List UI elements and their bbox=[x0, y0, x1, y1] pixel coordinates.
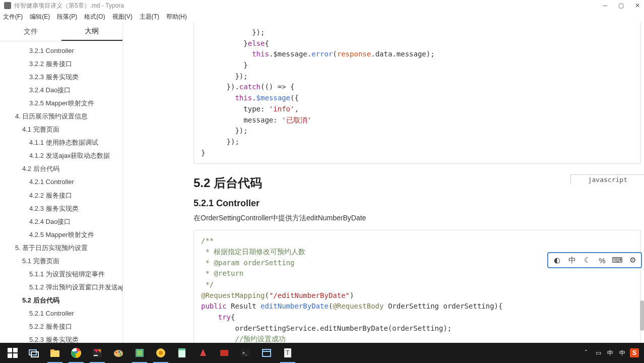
svg-rect-22 bbox=[220, 350, 228, 356]
ime-floating-toolbar[interactable]: ◐中☾%⌨⚙ bbox=[547, 252, 642, 268]
outline-item[interactable]: 5.2.1 Controller bbox=[0, 307, 122, 320]
taskbar-app-yellow[interactable] bbox=[150, 343, 171, 363]
tray-network-icon[interactable]: ▭ bbox=[594, 348, 603, 357]
svg-rect-1 bbox=[13, 348, 18, 352]
svg-rect-7 bbox=[50, 349, 54, 351]
outline-item[interactable]: 3.2.2 服务接口 bbox=[0, 57, 122, 71]
svg-rect-25 bbox=[263, 349, 271, 356]
tab-files[interactable]: 文件 bbox=[0, 22, 61, 41]
outline-item[interactable]: 4.2.2 服务接口 bbox=[0, 189, 122, 202]
outline-item[interactable]: 5.1.1 为设置按钮绑定事件 bbox=[0, 268, 122, 281]
outline-item[interactable]: 4.2.4 Dao接口 bbox=[0, 215, 122, 228]
outline-item[interactable]: 4.2.1 Controller bbox=[0, 175, 122, 189]
ime-tool-2[interactable]: ☾ bbox=[582, 255, 593, 266]
menu-6[interactable]: 帮助(H) bbox=[166, 13, 187, 21]
close-button[interactable]: ✕ bbox=[635, 2, 640, 9]
menu-0[interactable]: 文件(F) bbox=[3, 13, 23, 21]
tray-chevron-up-icon[interactable]: ˆ bbox=[582, 348, 591, 357]
outline-item[interactable]: 3.2.3 服务实现类 bbox=[0, 71, 122, 84]
outline-item[interactable]: 5.2.3 服务实现类 bbox=[0, 333, 122, 343]
svg-point-15 bbox=[119, 353, 121, 355]
svg-rect-21 bbox=[178, 348, 185, 350]
ime-tool-3[interactable]: % bbox=[597, 255, 608, 266]
outline-item[interactable]: 3.2.4 Dao接口 bbox=[0, 84, 122, 97]
outline-item[interactable]: 4.1 完善页面 bbox=[0, 123, 122, 136]
svg-rect-11 bbox=[94, 355, 98, 356]
taskbar-paint[interactable] bbox=[108, 343, 129, 363]
outline-item[interactable]: 5.1 完善页面 bbox=[0, 255, 122, 268]
code-block-java[interactable]: /** * 根据指定日期修改可预约人数 * @param orderSettin… bbox=[194, 230, 641, 343]
svg-rect-2 bbox=[8, 353, 12, 358]
outline-item[interactable]: 4.2 后台代码 bbox=[0, 162, 122, 175]
outline-item[interactable]: 3.2.1 Controller bbox=[0, 44, 122, 57]
paragraph-desc[interactable]: 在OrderSettingController中提供方法editNumberBy… bbox=[194, 214, 644, 223]
menu-1[interactable]: 编辑(E) bbox=[30, 13, 50, 21]
svg-point-14 bbox=[118, 351, 120, 353]
tray-ime-mode2[interactable]: 中 bbox=[618, 348, 627, 357]
outline-panel: 3.2.1 Controller3.2.2 服务接口3.2.3 服务实现类3.2… bbox=[0, 41, 122, 343]
scrollbar-thumb[interactable] bbox=[640, 300, 644, 331]
outline-item[interactable]: 5. 基于日历实现预约设置 bbox=[0, 241, 122, 255]
menu-3[interactable]: 格式(O) bbox=[84, 13, 105, 21]
outline-item[interactable]: 3.2.5 Mapper映射文件 bbox=[0, 97, 122, 110]
svg-rect-3 bbox=[13, 353, 18, 358]
code-block-js[interactable]: }); }else{ this.$message.error(response.… bbox=[194, 22, 641, 164]
tray-ime-mode[interactable]: 中 bbox=[606, 348, 615, 357]
menu-4[interactable]: 视图(V) bbox=[112, 13, 133, 21]
outline-item[interactable]: 5.2 后台代码 bbox=[0, 294, 122, 307]
svg-text:>_: >_ bbox=[242, 351, 247, 355]
ime-tool-4[interactable]: ⌨ bbox=[612, 255, 623, 266]
maximize-button[interactable]: ▢ bbox=[618, 2, 624, 9]
taskbar-chrome[interactable] bbox=[66, 343, 87, 363]
taskbar-app-window[interactable] bbox=[256, 343, 277, 363]
heading-5-2-1[interactable]: 5.2.1 Controller bbox=[194, 198, 644, 209]
ime-tool-1[interactable]: 中 bbox=[566, 255, 577, 266]
tab-outline[interactable]: 大纲 bbox=[61, 22, 123, 41]
svg-rect-0 bbox=[8, 348, 12, 352]
app-icon bbox=[4, 2, 11, 9]
taskbar-intellij[interactable] bbox=[87, 343, 108, 363]
outline-item[interactable]: 5.2.2 服务接口 bbox=[0, 320, 122, 333]
taskbar-terminal[interactable]: >_ bbox=[235, 343, 256, 363]
outline-item[interactable]: 4.1.1 使用静态数据调试 bbox=[0, 136, 122, 149]
taskbar-start[interactable] bbox=[2, 343, 23, 363]
taskbar-redis[interactable] bbox=[214, 343, 235, 363]
taskbar-app-red[interactable] bbox=[192, 343, 214, 363]
minimize-button[interactable]: ─ bbox=[603, 2, 607, 9]
ime-tool-0[interactable]: ◐ bbox=[551, 255, 562, 266]
outline-item[interactable]: 4.2.5 Mapper映射文件 bbox=[0, 228, 122, 241]
svg-text:T: T bbox=[286, 349, 290, 356]
svg-rect-17 bbox=[137, 350, 142, 355]
taskbar-typora[interactable]: T bbox=[277, 343, 298, 363]
ime-tool-5[interactable]: ⚙ bbox=[627, 255, 638, 266]
taskbar-explorer[interactable] bbox=[44, 343, 66, 363]
window-title: 传智健康项目讲义（第5章）.md - Typora bbox=[14, 2, 603, 10]
scrollbar[interactable] bbox=[638, 22, 644, 343]
svg-point-13 bbox=[115, 351, 117, 353]
svg-point-12 bbox=[114, 350, 123, 357]
taskbar-notepad[interactable] bbox=[171, 343, 192, 363]
tray-sogou-icon[interactable]: S bbox=[630, 348, 639, 357]
outline-item[interactable]: 4. 日历展示预约设置信息 bbox=[0, 110, 122, 123]
svg-point-19 bbox=[159, 351, 163, 355]
taskbar-taskview[interactable] bbox=[23, 343, 44, 363]
taskbar-zookeeper[interactable] bbox=[129, 343, 150, 363]
code-lang-label[interactable]: javascript bbox=[570, 174, 644, 185]
outline-item[interactable]: 4.1.2 发送ajax获取动态数据 bbox=[0, 149, 122, 162]
menu-5[interactable]: 主题(T) bbox=[140, 13, 159, 21]
outline-item[interactable]: 4.2.3 服务实现类 bbox=[0, 202, 122, 215]
menu-2[interactable]: 段落(P) bbox=[57, 13, 77, 21]
outline-item[interactable]: 5.1.2 弹出预约设置窗口并发送ajax请求 bbox=[0, 281, 122, 294]
